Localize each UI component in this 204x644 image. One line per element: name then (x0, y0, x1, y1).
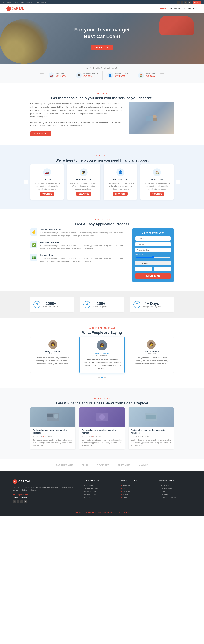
quick-apply-form: Quick Apply for Loan Loan Amount Type of… (132, 228, 174, 282)
dot-3[interactable] (104, 377, 106, 378)
personal-loan-icon: 👤 (108, 72, 113, 78)
footer-link-about[interactable]: About Us (121, 484, 153, 486)
home-loan-label: Home Loan (146, 73, 155, 75)
footer-link-privacy[interactable]: Privacy Policy (160, 490, 191, 492)
footer-logo-icon: C (13, 480, 17, 484)
footer-link-transaction[interactable]: Transaction Loan (83, 487, 115, 489)
phone-input[interactable] (136, 248, 170, 252)
contact-email: contact@email.com (3, 1, 19, 3)
copyright-text: Copyright © 2019 Company Name All rights… (75, 511, 112, 513)
footer-services-title: Our Services (83, 480, 115, 482)
footer-link-team[interactable]: Our Team (121, 490, 153, 492)
services-section: OUR SERVICES We're here to help you when… (0, 146, 204, 209)
home-loan-rate: @9.90% (146, 75, 155, 78)
news-img-1 (30, 408, 76, 426)
personal-service-icon: 👤 (116, 168, 124, 176)
process-section: EASY PROCESS Fast & Easy Application Pro… (0, 209, 204, 292)
footer-social: f t g in (13, 500, 76, 503)
news-meta-3: AUG 25, 2017 | BY ADMIN (131, 436, 171, 437)
email-field (136, 242, 170, 246)
news-img-2 (79, 408, 124, 426)
news-grid: On the other hand, we denounce with righ… (30, 408, 174, 449)
rates-list: ‹ 🚗 Car Loan @11.90% 🎓 Education Loan @6… (6, 71, 198, 80)
loan-amount-slider[interactable] (136, 256, 170, 258)
services-label: OUR SERVICES (13, 155, 191, 157)
googleplus-icon[interactable]: g (184, 1, 187, 4)
fullname-input[interactable] (136, 236, 170, 240)
svg-rect-2 (153, 118, 157, 121)
step2-title: Approved Your Loan (40, 241, 126, 244)
footer-link-contact[interactable]: Contact Us (121, 496, 153, 498)
dot-1[interactable] (98, 377, 100, 378)
footer-useful-col: Useful Links About Us FAQ Our Team News … (121, 480, 153, 503)
to-field (154, 267, 170, 271)
rates-section: Affordable Interest Rates ‹ 🚗 Car Loan @… (0, 64, 204, 83)
hero-apply-button[interactable]: APPLY LOAN (92, 45, 112, 50)
news-title-1: On the other hand, we denounce with righ… (33, 429, 73, 434)
footer-link-business[interactable]: Business Loan (83, 490, 115, 492)
rate-car: 🚗 Car Loan @11.90% (44, 71, 72, 80)
testi-avatar-3: 👩 (147, 340, 156, 349)
footer-link-sitemap[interactable]: Site Map (160, 493, 191, 495)
footer: C CAPITAL On the other hand, we denounce… (0, 472, 204, 516)
linkedin-icon[interactable]: in (188, 1, 191, 4)
process-step-2: ✅ Approved Your Loan But I must explain … (30, 241, 126, 250)
home-service-btn[interactable]: KNOW MORE (150, 192, 164, 196)
partners-number: 100+ (93, 301, 109, 306)
news-text-1: But I must explain to you how all this m… (33, 439, 73, 447)
fullname-field (136, 236, 170, 240)
testi-role-2: Education Loan (83, 354, 121, 356)
footer-useful-list: About Us FAQ Our Team News Blog Contact … (121, 484, 153, 498)
footer-logo-text: CAPITAL (18, 480, 31, 483)
login-button[interactable]: LOGIN (193, 1, 201, 4)
testi-role-1: Car Loan (34, 353, 72, 355)
rates-next-button[interactable]: › (160, 73, 164, 77)
footer-link-apply[interactable]: Apply Now (160, 484, 191, 486)
stats-section: $ 2000+ No of Loans Disbursed 🏛 100+ No … (0, 292, 204, 318)
footer-twitter-icon[interactable]: t (16, 500, 20, 503)
submit-quote-button[interactable]: SUBMIT QUOTE (136, 273, 170, 279)
to-input[interactable] (154, 267, 170, 271)
footer-link-education[interactable]: Education Loan (83, 493, 115, 495)
footer-link-carloan[interactable]: Car Loan (83, 496, 115, 498)
footer-other-col: Other Links Apply Now EMI Calculator Pri… (160, 480, 191, 503)
footer-link-emi[interactable]: EMI Calculator (160, 487, 191, 489)
from-input[interactable] (136, 267, 152, 271)
footer-google-icon[interactable]: g (20, 500, 23, 503)
dot-2[interactable] (101, 377, 103, 378)
nav-about[interactable]: About Us (170, 8, 180, 10)
car-service-btn[interactable]: KNOW MORE (40, 192, 54, 196)
footer-link-terms[interactable]: Terms & Conditions (160, 496, 191, 498)
personal-service-desc: Lorem ipsum is simply dummy text of the … (107, 182, 134, 190)
rates-prev-button[interactable]: ‹ (40, 73, 44, 77)
loan-type-field: Type of Loan Car Loan Education Loan Per… (136, 261, 170, 265)
footer-link-faq[interactable]: FAQ (121, 487, 153, 489)
services-next-button[interactable]: › (176, 180, 180, 184)
loan-type-select[interactable]: Type of Loan Car Loan Education Loan Per… (136, 261, 170, 265)
footer-facebook-icon[interactable]: f (13, 500, 16, 503)
get-help-content: But I must explain to you how all this m… (30, 102, 174, 136)
personal-service-btn[interactable]: KNOW MORE (113, 192, 128, 196)
contact-phone2: +001-502892 (36, 1, 46, 3)
home-service-title: Home Loan (144, 178, 170, 181)
partner-4: PLATINUM (118, 464, 130, 466)
education-service-btn[interactable]: KNOW MORE (76, 192, 91, 196)
facebook-icon[interactable]: f (177, 1, 180, 4)
partner-1: PARTNER ONE (56, 464, 74, 466)
email-input[interactable] (136, 242, 170, 246)
services-prev-button[interactable]: ‹ (24, 180, 28, 184)
view-services-button[interactable]: VIEW SERVICES (30, 132, 51, 136)
twitter-icon[interactable]: t (180, 1, 184, 4)
footer-link-homeloan[interactable]: Home Loan (83, 484, 115, 486)
news-card-1: On the other hand, we denounce with righ… (30, 408, 76, 449)
testimonials-dots (13, 376, 191, 379)
footer-link-news[interactable]: News Blog (121, 493, 153, 495)
processing-desc: Average Processing Time (143, 306, 161, 308)
nav-contact[interactable]: Contact Us (184, 8, 198, 10)
footer-email: contact@email.com (13, 494, 76, 496)
news-title: Latest Finance and Business News from Lo… (13, 401, 191, 406)
footer-linkedin-icon[interactable]: in (24, 500, 27, 503)
process-label: EASY PROCESS (13, 219, 191, 220)
nav-home[interactable]: Home (160, 8, 166, 10)
car-loan-icon: 🚗 (48, 72, 54, 78)
